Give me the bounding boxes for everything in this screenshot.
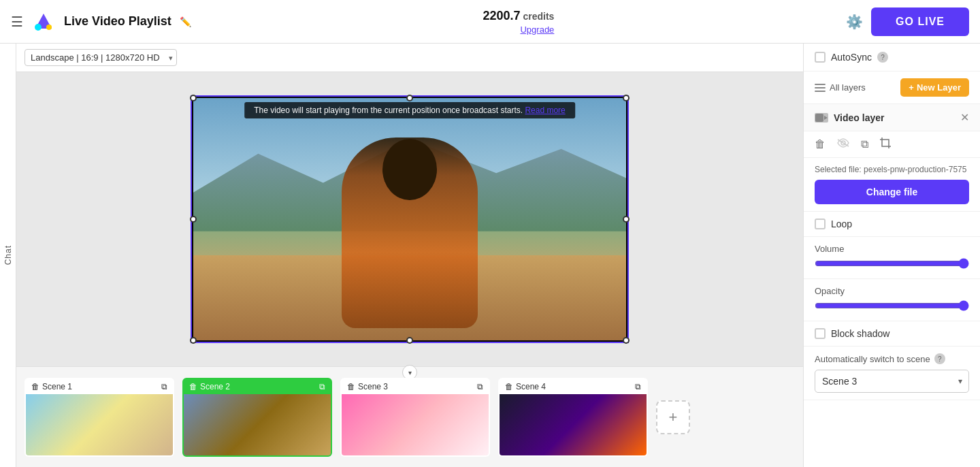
video-layer-close-button[interactable]: ✕: [960, 111, 969, 124]
resize-handle-mr[interactable]: [623, 216, 630, 223]
crop-layer-button[interactable]: [879, 137, 892, 152]
scene-4-thumb: [500, 394, 647, 455]
upgrade-link[interactable]: Upgrade: [520, 25, 554, 35]
scene-3-copy-icon[interactable]: ⧉: [477, 382, 483, 391]
svg-point-3: [46, 25, 52, 30]
resize-handle-tl[interactable]: [190, 95, 197, 101]
autosync-checkbox[interactable]: [815, 52, 826, 63]
loop-label: Loop: [831, 219, 852, 229]
volume-slider[interactable]: [815, 258, 969, 269]
hide-layer-button[interactable]: [836, 138, 850, 150]
scene-3-header-left: 🗑 Scene 3: [347, 382, 388, 391]
video-canvas: The video will start playing from the cu…: [192, 97, 627, 342]
block-shadow-section: Block shadow: [804, 321, 980, 347]
layer-actions: 🗑 ⧉: [804, 131, 980, 158]
banner-text: The video will start playing from the cu…: [254, 106, 523, 115]
video-layer-header: Video layer ✕: [804, 104, 980, 131]
video-layer-title: Video layer: [815, 112, 884, 123]
crop-icon: [879, 137, 892, 149]
svg-rect-7: [815, 91, 826, 92]
header-left: ☰ Live Video Playlist ✏️: [11, 10, 191, 34]
opacity-slider[interactable]: [815, 300, 969, 311]
loop-section: Loop: [804, 212, 980, 237]
scene-4-copy-icon[interactable]: ⧉: [635, 382, 641, 391]
canvas-wrapper: The video will start playing from the cu…: [16, 72, 803, 366]
video-layer-label: Video layer: [834, 112, 884, 123]
go-live-button[interactable]: GO LIVE: [871, 7, 969, 36]
video-icon: [815, 114, 828, 122]
scene-2-trash-icon[interactable]: 🗑: [189, 382, 197, 391]
auto-switch-select-wrapper: None Scene 1 Scene 2 Scene 3 Scene 4: [815, 370, 969, 393]
opacity-label: Opacity: [815, 286, 969, 296]
autosync-label: AutoSync: [831, 52, 872, 63]
delete-layer-button[interactable]: 🗑: [815, 138, 826, 150]
svg-point-2: [35, 24, 42, 31]
new-layer-button[interactable]: + New Layer: [900, 78, 969, 97]
scene-3-label: Scene 3: [358, 382, 388, 391]
resize-handle-tr[interactable]: [623, 95, 630, 101]
credits-display: 2200.7 credits: [483, 9, 554, 23]
settings-button[interactable]: ⚙️: [846, 14, 863, 30]
auto-switch-label: Automatically switch to scene ?: [815, 353, 969, 364]
scene-item-3[interactable]: 🗑 Scene 3 ⧉: [340, 378, 490, 457]
resize-handle-bm[interactable]: [406, 337, 413, 344]
layers-icon: [815, 84, 826, 92]
add-scene-button[interactable]: +: [656, 400, 690, 434]
opacity-section: Opacity: [804, 279, 980, 321]
scene-4-trash-icon[interactable]: 🗑: [505, 382, 513, 391]
scene-item-4[interactable]: 🗑 Scene 4 ⧉: [498, 378, 648, 457]
scene-1-copy-icon[interactable]: ⧉: [161, 382, 167, 391]
resize-handle-tm[interactable]: [406, 95, 413, 101]
scene-item-2[interactable]: 🗑 Scene 2 ⧉: [182, 378, 332, 457]
autosync-section: AutoSync ?: [804, 44, 980, 71]
scene-1-trash-icon[interactable]: 🗑: [31, 382, 39, 391]
scene-3-trash-icon[interactable]: 🗑: [347, 382, 355, 391]
new-layer-label: New Layer: [917, 82, 961, 93]
right-panel: AutoSync ? All layers + New Layer: [803, 44, 980, 467]
autosync-help-icon[interactable]: ?: [877, 52, 888, 63]
chat-tab[interactable]: Chat: [0, 44, 16, 467]
scene-1-label: Scene 1: [42, 382, 72, 391]
hamburger-button[interactable]: ☰: [11, 14, 23, 30]
resolution-select[interactable]: Landscape | 16:9 | 1280x720 HD Portrait …: [24, 49, 177, 66]
scene-item-1[interactable]: 🗑 Scene 1 ⧉: [24, 378, 174, 457]
volume-section: Volume: [804, 237, 980, 279]
change-file-button[interactable]: Change file: [815, 180, 969, 204]
scene-3-header: 🗑 Scene 3 ⧉: [342, 379, 489, 394]
resize-handle-br[interactable]: [623, 337, 630, 344]
selected-file-label: Selected file: pexels-pnw-production-757…: [815, 165, 969, 174]
chat-tab-label: Chat: [3, 245, 13, 265]
scene-strip: 🗑 Scene 1 ⧉ 🗑 Scene 2 ⧉: [16, 366, 803, 467]
duplicate-layer-button[interactable]: ⧉: [861, 138, 868, 150]
app-logo: [31, 10, 56, 34]
read-more-link[interactable]: Read more: [525, 106, 565, 115]
video-frame: [193, 98, 626, 340]
volume-label: Volume: [815, 244, 969, 254]
scene-4-header: 🗑 Scene 4 ⧉: [500, 379, 647, 394]
broadcast-banner: The video will start playing from the cu…: [244, 102, 575, 118]
center-area: Landscape | 16:9 | 1280x720 HD Portrait …: [16, 44, 803, 467]
resize-handle-ml[interactable]: [190, 216, 197, 223]
scene-2-copy-icon[interactable]: ⧉: [319, 382, 325, 391]
scene-1-header-left: 🗑 Scene 1: [31, 382, 72, 391]
auto-switch-help-icon[interactable]: ?: [934, 353, 945, 364]
all-layers-button[interactable]: All layers: [815, 82, 866, 93]
layers-row: All layers + New Layer: [804, 71, 980, 104]
new-layer-plus: +: [909, 82, 914, 93]
scene-4-header-left: 🗑 Scene 4: [505, 382, 546, 391]
svg-rect-8: [815, 114, 823, 122]
scene-3-thumb: [342, 394, 489, 455]
selected-file-section: Selected file: pexels-pnw-production-757…: [804, 158, 980, 212]
edit-title-icon[interactable]: ✏️: [180, 16, 191, 27]
svg-rect-6: [815, 87, 826, 88]
toolbar: Landscape | 16:9 | 1280x720 HD Portrait …: [16, 44, 803, 72]
auto-switch-select[interactable]: None Scene 1 Scene 2 Scene 3 Scene 4: [815, 370, 969, 393]
header: ☰ Live Video Playlist ✏️ 2200.7 credits …: [0, 0, 980, 44]
block-shadow-checkbox[interactable]: [815, 328, 826, 339]
scene-1-thumb: [26, 394, 173, 455]
loop-checkbox[interactable]: [815, 219, 826, 229]
credits-section: 2200.7 credits Upgrade: [483, 9, 554, 35]
resize-handle-bl[interactable]: [190, 337, 197, 344]
scene-1-header: 🗑 Scene 1 ⧉: [26, 379, 173, 394]
block-shadow-label: Block shadow: [831, 328, 889, 339]
